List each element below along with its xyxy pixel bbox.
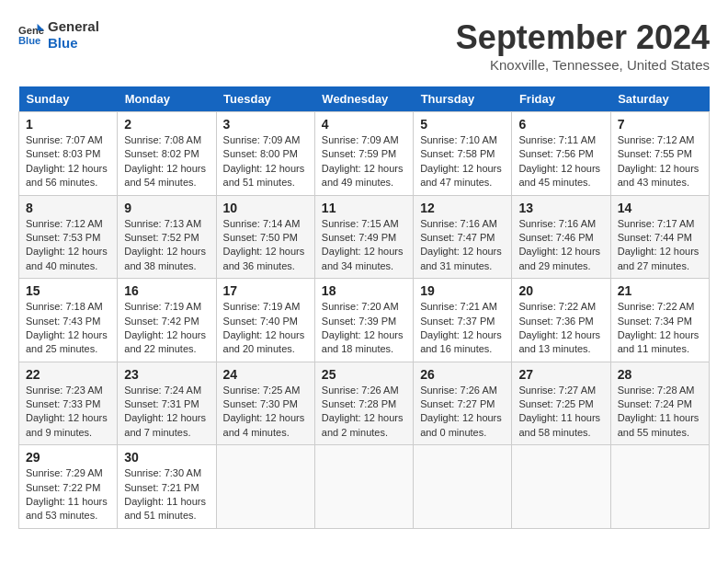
day-info: Sunrise: 7:16 AM Sunset: 7:47 PM Dayligh… xyxy=(420,217,505,274)
week-row-4: 22Sunrise: 7:23 AM Sunset: 7:33 PM Dayli… xyxy=(19,362,710,445)
day-number: 30 xyxy=(124,450,209,465)
day-info: Sunrise: 7:19 AM Sunset: 7:40 PM Dayligh… xyxy=(223,300,308,357)
day-number: 24 xyxy=(223,367,308,382)
day-number: 11 xyxy=(322,201,406,215)
calendar-cell: 9Sunrise: 7:13 AM Sunset: 7:52 PM Daylig… xyxy=(118,195,216,279)
day-info: Sunrise: 7:30 AM Sunset: 7:21 PM Dayligh… xyxy=(124,466,209,523)
day-number: 23 xyxy=(124,367,209,382)
calendar-cell: 1Sunrise: 7:07 AM Sunset: 8:03 PM Daylig… xyxy=(19,112,118,196)
calendar-cell: 15Sunrise: 7:18 AM Sunset: 7:43 PM Dayli… xyxy=(19,279,118,362)
calendar-cell: 13Sunrise: 7:16 AM Sunset: 7:46 PM Dayli… xyxy=(512,195,610,279)
calendar-cell: 21Sunrise: 7:22 AM Sunset: 7:34 PM Dayli… xyxy=(610,279,709,362)
day-number: 8 xyxy=(26,201,110,215)
day-number: 5 xyxy=(420,117,505,132)
calendar-cell: 10Sunrise: 7:14 AM Sunset: 7:50 PM Dayli… xyxy=(216,195,314,279)
day-info: Sunrise: 7:07 AM Sunset: 8:03 PM Dayligh… xyxy=(26,133,110,190)
day-info: Sunrise: 7:28 AM Sunset: 7:24 PM Dayligh… xyxy=(618,384,702,441)
day-info: Sunrise: 7:11 AM Sunset: 7:56 PM Dayligh… xyxy=(518,133,603,190)
day-number: 10 xyxy=(223,201,308,215)
day-number: 15 xyxy=(26,283,110,298)
day-info: Sunrise: 7:16 AM Sunset: 7:46 PM Dayligh… xyxy=(518,217,603,274)
day-header-monday: Monday xyxy=(118,86,216,112)
calendar-cell: 17Sunrise: 7:19 AM Sunset: 7:40 PM Dayli… xyxy=(216,279,314,362)
calendar-cell: 29Sunrise: 7:29 AM Sunset: 7:22 PM Dayli… xyxy=(19,445,118,529)
day-header-sunday: Sunday xyxy=(19,86,118,112)
day-number: 29 xyxy=(26,450,110,465)
logo-blue: Blue xyxy=(48,35,99,52)
day-info: Sunrise: 7:27 AM Sunset: 7:25 PM Dayligh… xyxy=(518,384,603,441)
calendar-cell xyxy=(414,445,512,529)
calendar-cell: 4Sunrise: 7:09 AM Sunset: 7:59 PM Daylig… xyxy=(314,112,413,196)
day-number: 20 xyxy=(518,283,603,298)
calendar-cell: 25Sunrise: 7:26 AM Sunset: 7:28 PM Dayli… xyxy=(314,362,413,445)
week-row-2: 8Sunrise: 7:12 AM Sunset: 7:53 PM Daylig… xyxy=(19,195,710,279)
calendar-cell xyxy=(512,445,610,529)
calendar-cell: 7Sunrise: 7:12 AM Sunset: 7:55 PM Daylig… xyxy=(610,112,709,196)
calendar-cell: 24Sunrise: 7:25 AM Sunset: 7:30 PM Dayli… xyxy=(216,362,314,445)
day-number: 16 xyxy=(124,283,209,298)
day-info: Sunrise: 7:19 AM Sunset: 7:42 PM Dayligh… xyxy=(124,300,209,357)
day-info: Sunrise: 7:23 AM Sunset: 7:33 PM Dayligh… xyxy=(26,384,110,441)
day-info: Sunrise: 7:26 AM Sunset: 7:27 PM Dayligh… xyxy=(420,384,505,441)
month-title: September 2024 xyxy=(456,18,710,57)
header: General Blue General Blue September 2024… xyxy=(18,18,710,73)
calendar-cell: 19Sunrise: 7:21 AM Sunset: 7:37 PM Dayli… xyxy=(414,279,512,362)
day-info: Sunrise: 7:10 AM Sunset: 7:58 PM Dayligh… xyxy=(420,133,505,190)
day-number: 2 xyxy=(124,117,209,132)
logo: General Blue General Blue xyxy=(18,18,99,52)
day-info: Sunrise: 7:24 AM Sunset: 7:31 PM Dayligh… xyxy=(124,384,209,441)
calendar-cell: 23Sunrise: 7:24 AM Sunset: 7:31 PM Dayli… xyxy=(118,362,216,445)
day-number: 21 xyxy=(618,283,702,298)
day-header-thursday: Thursday xyxy=(414,86,512,112)
calendar-cell: 3Sunrise: 7:09 AM Sunset: 8:00 PM Daylig… xyxy=(216,112,314,196)
day-header-wednesday: Wednesday xyxy=(314,86,413,112)
day-number: 17 xyxy=(223,283,308,298)
day-info: Sunrise: 7:08 AM Sunset: 8:02 PM Dayligh… xyxy=(124,133,209,190)
day-number: 26 xyxy=(420,367,505,382)
day-number: 3 xyxy=(223,117,308,132)
calendar-cell: 18Sunrise: 7:20 AM Sunset: 7:39 PM Dayli… xyxy=(314,279,413,362)
day-number: 14 xyxy=(618,201,702,215)
day-info: Sunrise: 7:26 AM Sunset: 7:28 PM Dayligh… xyxy=(322,384,406,441)
calendar-cell: 14Sunrise: 7:17 AM Sunset: 7:44 PM Dayli… xyxy=(610,195,709,279)
day-number: 19 xyxy=(420,283,505,298)
day-number: 13 xyxy=(518,201,603,215)
calendar-cell: 5Sunrise: 7:10 AM Sunset: 7:58 PM Daylig… xyxy=(414,112,512,196)
day-number: 25 xyxy=(322,367,406,382)
svg-text:Blue: Blue xyxy=(18,35,40,46)
day-info: Sunrise: 7:12 AM Sunset: 7:55 PM Dayligh… xyxy=(618,133,702,190)
calendar-cell: 26Sunrise: 7:26 AM Sunset: 7:27 PM Dayli… xyxy=(414,362,512,445)
logo-icon: General Blue xyxy=(18,22,44,48)
day-info: Sunrise: 7:22 AM Sunset: 7:36 PM Dayligh… xyxy=(518,300,603,357)
day-number: 7 xyxy=(618,117,702,132)
calendar-cell: 16Sunrise: 7:19 AM Sunset: 7:42 PM Dayli… xyxy=(118,279,216,362)
title-section: September 2024 Knoxville, Tennessee, Uni… xyxy=(456,18,710,73)
week-row-1: 1Sunrise: 7:07 AM Sunset: 8:03 PM Daylig… xyxy=(19,112,710,196)
calendar-cell: 11Sunrise: 7:15 AM Sunset: 7:49 PM Dayli… xyxy=(314,195,413,279)
day-number: 4 xyxy=(322,117,406,132)
day-header-tuesday: Tuesday xyxy=(216,86,314,112)
day-info: Sunrise: 7:20 AM Sunset: 7:39 PM Dayligh… xyxy=(322,300,406,357)
days-header-row: SundayMondayTuesdayWednesdayThursdayFrid… xyxy=(19,86,710,112)
day-info: Sunrise: 7:12 AM Sunset: 7:53 PM Dayligh… xyxy=(26,217,110,274)
calendar-table: SundayMondayTuesdayWednesdayThursdayFrid… xyxy=(18,86,710,529)
week-row-5: 29Sunrise: 7:29 AM Sunset: 7:22 PM Dayli… xyxy=(19,445,710,529)
day-number: 12 xyxy=(420,201,505,215)
day-number: 27 xyxy=(518,367,603,382)
calendar-cell: 27Sunrise: 7:27 AM Sunset: 7:25 PM Dayli… xyxy=(512,362,610,445)
calendar-cell xyxy=(216,445,314,529)
day-info: Sunrise: 7:17 AM Sunset: 7:44 PM Dayligh… xyxy=(618,217,702,274)
calendar-cell: 30Sunrise: 7:30 AM Sunset: 7:21 PM Dayli… xyxy=(118,445,216,529)
day-number: 9 xyxy=(124,201,209,215)
calendar-cell: 6Sunrise: 7:11 AM Sunset: 7:56 PM Daylig… xyxy=(512,112,610,196)
day-info: Sunrise: 7:25 AM Sunset: 7:30 PM Dayligh… xyxy=(223,384,308,441)
calendar-cell: 20Sunrise: 7:22 AM Sunset: 7:36 PM Dayli… xyxy=(512,279,610,362)
day-number: 1 xyxy=(26,117,110,132)
day-header-friday: Friday xyxy=(512,86,610,112)
calendar-cell: 28Sunrise: 7:28 AM Sunset: 7:24 PM Dayli… xyxy=(610,362,709,445)
location: Knoxville, Tennessee, United States xyxy=(456,57,710,73)
calendar-cell: 8Sunrise: 7:12 AM Sunset: 7:53 PM Daylig… xyxy=(19,195,118,279)
day-info: Sunrise: 7:14 AM Sunset: 7:50 PM Dayligh… xyxy=(223,217,308,274)
calendar-cell xyxy=(610,445,709,529)
day-number: 6 xyxy=(518,117,603,132)
